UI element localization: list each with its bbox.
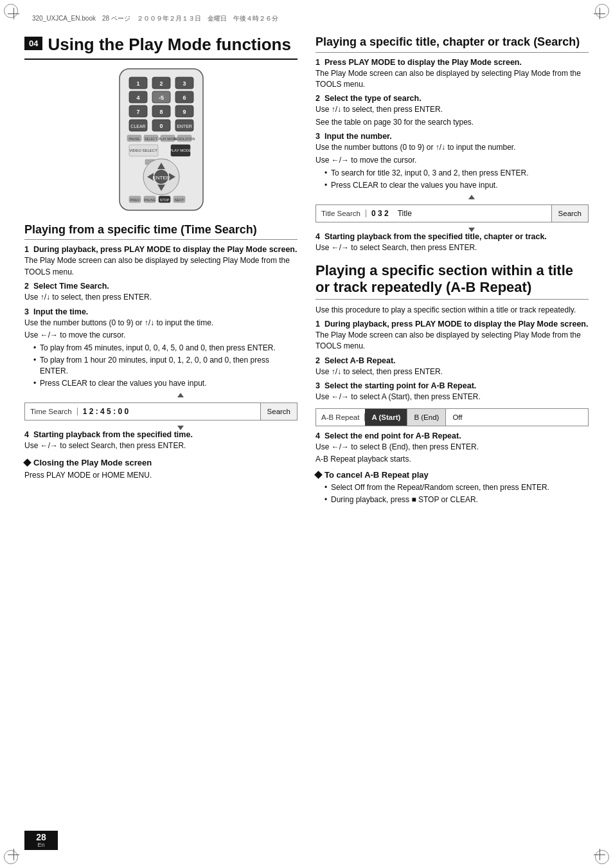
- diamond-icon2: [314, 471, 323, 480]
- step4-body: Use ←/→ to select Search, then press ENT…: [24, 440, 298, 451]
- step-2-timesearch: 2 Select Time Search. Use ↑/↓ to select,…: [24, 282, 298, 303]
- main-content: 04 Using the Play Mode functions 1 2 3 4…: [24, 35, 589, 833]
- s2-step2-body: Use ↑/↓ to select, then press ENTER.: [315, 104, 589, 115]
- s2-step2: 2 Select the type of search. Use ↑/↓ to …: [315, 94, 589, 128]
- s2-step1: 1 Press PLAY MODE to display the Play Mo…: [315, 58, 589, 91]
- step-3-timesearch: 3 Input the time. Use the number buttons…: [24, 307, 298, 389]
- ab-bar-a: A (Start): [365, 409, 407, 426]
- titlesearch-label: Title Search: [316, 210, 366, 217]
- svg-text:PAUSE: PAUSE: [129, 137, 139, 141]
- left-column: 04 Using the Play Mode functions 1 2 3 4…: [24, 35, 298, 833]
- section3-title: Playing a specific section within a titl…: [315, 262, 589, 300]
- svg-text:PLAY MODE: PLAY MODE: [169, 149, 191, 152]
- step3-extra: Use ←/→ to move the cursor.: [24, 330, 298, 341]
- step2-body: Use ↑/↓ to select, then press ENTER.: [24, 292, 298, 303]
- s2-step4: 4 Starting playback from the specified t…: [315, 232, 589, 253]
- cancel-bullets: Select Off from the Repeat/Random screen…: [324, 482, 589, 505]
- ab-bar-b: B (End): [407, 409, 446, 426]
- arrow-down-icon: [177, 426, 184, 430]
- s2-step3: 3 Input the number. Use the number butto…: [315, 132, 589, 190]
- ab-step4-body: Use ←/→ to select B (End), then press EN…: [315, 442, 589, 453]
- step3-body: Use the number buttons (0 to 9) or ↑/↓ t…: [24, 318, 298, 329]
- ab-step2-head: 2 Select A-B Repeat.: [315, 356, 589, 365]
- cancel-bullet-1: Select Off from the Repeat/Random screen…: [324, 482, 589, 493]
- svg-text:RESOLUTION: RESOLUTION: [173, 137, 195, 141]
- ab-bar-label: A-B Repeat: [316, 413, 365, 421]
- chapter-title-row: 04 Using the Play Mode functions: [24, 35, 298, 55]
- cancel-bullet-2: During playback, press ■ STOP or CLEAR.: [324, 494, 589, 505]
- header-info: 320_UXJCA_EN.book 28 ページ ２００９年２月１３日 金曜日 …: [32, 14, 581, 23]
- titlesearch-type: Title: [398, 209, 412, 218]
- step-1-timesearch: 1 During playback, press PLAY MODE to di…: [24, 245, 298, 278]
- svg-text:STOP: STOP: [159, 198, 169, 202]
- svg-text:4: 4: [136, 95, 139, 101]
- s2-step3-head: 3 Input the number.: [315, 132, 589, 141]
- bullet-item: Press CLEAR to clear the values you have…: [324, 180, 589, 191]
- bullet-item: Press CLEAR to clear the values you have…: [33, 378, 298, 389]
- svg-text:ENTER: ENTER: [177, 124, 192, 129]
- svg-text:NEXT: NEXT: [174, 198, 184, 202]
- svg-text:PREV: PREV: [130, 198, 139, 202]
- ab-repeat-bar: A-B Repeat A (Start) B (End) Off: [315, 408, 589, 426]
- svg-text:-5: -5: [158, 95, 163, 101]
- s2-step1-body: The Play Mode screen can also be display…: [315, 68, 589, 91]
- titlesearch-button[interactable]: Search: [551, 205, 588, 222]
- remote-svg: 1 2 3 4 -5 6 7 8 9 C: [94, 68, 229, 215]
- svg-text:PAUSE: PAUSE: [143, 198, 155, 202]
- s2-step2-head: 2 Select the type of search.: [315, 94, 589, 103]
- timesearch-button[interactable]: Search: [260, 403, 297, 420]
- chapter-divider: [24, 59, 298, 60]
- bullet-item: To play from 1 hour 20 minutes, input 0,…: [33, 355, 298, 377]
- step1-head: 1 During playback, press PLAY MODE to di…: [24, 245, 298, 254]
- crosshair-br: [594, 849, 605, 860]
- cancel-ab-title: To cancel A-B Repeat play: [315, 470, 589, 480]
- crosshair-bl: [8, 849, 19, 860]
- chapter-badge: 04: [24, 37, 42, 50]
- svg-text:0: 0: [159, 123, 163, 129]
- ab-step4-extra: A-B Repeat playback starts.: [315, 454, 589, 465]
- timesearch-label: Time Search: [25, 408, 78, 415]
- section3-intro: Use this procedure to play a specific se…: [315, 305, 589, 316]
- s2-step4-head: 4 Starting playback from the specified t…: [315, 232, 589, 241]
- section2-title: Playing a specific title, chapter or tra…: [315, 35, 589, 53]
- arrow-up-icon2: [468, 195, 475, 199]
- titlesearch-num: 0 3 2: [371, 209, 389, 218]
- arrow-up-icon: [177, 393, 184, 397]
- step4-head: 4 Starting playback from the specified t…: [24, 430, 298, 439]
- step3-head: 3 Input the time.: [24, 307, 298, 316]
- svg-text:CLEAR: CLEAR: [130, 124, 145, 129]
- ab-step1-head: 1 During playback, press PLAY MODE to di…: [315, 320, 589, 329]
- step2-head: 2 Select Time Search.: [24, 282, 298, 291]
- page-number: 28: [36, 833, 46, 842]
- s2-step1-head: 1 Press PLAY MODE to display the Play Mo…: [315, 58, 589, 67]
- s2-step3-extra: Use ←/→ to move the cursor.: [315, 155, 589, 166]
- svg-text:VIDEO SELECT: VIDEO SELECT: [129, 149, 157, 152]
- ab-step2-body: Use ↑/↓ to select, then press ENTER.: [315, 366, 589, 377]
- s2-step3-bullets: To search for title 32, input 0, 3 and 2…: [324, 168, 589, 191]
- step3-bullets: To play from 45 minutes, input 0, 0, 4, …: [33, 343, 298, 388]
- diamond-icon: [23, 458, 31, 467]
- right-column: Playing a specific title, chapter or tra…: [315, 35, 589, 833]
- closing-body: Press PLAY MODE or HOME MENU.: [24, 470, 298, 481]
- s2-step3-body: Use the number buttons (0 to 9) or ↑/↓ t…: [315, 142, 589, 153]
- svg-text:2: 2: [159, 80, 163, 87]
- svg-text:SELECT: SELECT: [145, 137, 157, 141]
- page-number-bar: 28 En: [24, 831, 58, 850]
- arrow-down-timesearch: [63, 426, 298, 430]
- svg-text:1: 1: [136, 80, 139, 87]
- arrow-up-timesearch: [63, 393, 298, 397]
- s2-step2-extra: See the table on page 30 for the search …: [315, 117, 589, 128]
- ab-step1: 1 During playback, press PLAY MODE to di…: [315, 320, 589, 352]
- ab-step3: 3 Select the starting point for A-B Repe…: [315, 381, 589, 402]
- titlesearch-content: 0 3 2 Title: [366, 209, 551, 218]
- svg-text:6: 6: [182, 95, 186, 101]
- timesearch-num: 1 2 : 4 5 : 0 0: [83, 407, 129, 416]
- step-4-timesearch: 4 Starting playback from the specified t…: [24, 430, 298, 451]
- titlesearch-bar: Title Search 0 3 2 Title Search: [315, 204, 589, 222]
- ab-step2: 2 Select A-B Repeat. Use ↑/↓ to select, …: [315, 356, 589, 377]
- crosshair-tr: [594, 8, 605, 19]
- page-sub: En: [37, 842, 44, 848]
- svg-text:9: 9: [182, 109, 186, 115]
- arrow-up-titlesearch: [354, 195, 589, 199]
- ab-step3-body: Use ←/→ to select A (Start), then press …: [315, 392, 589, 402]
